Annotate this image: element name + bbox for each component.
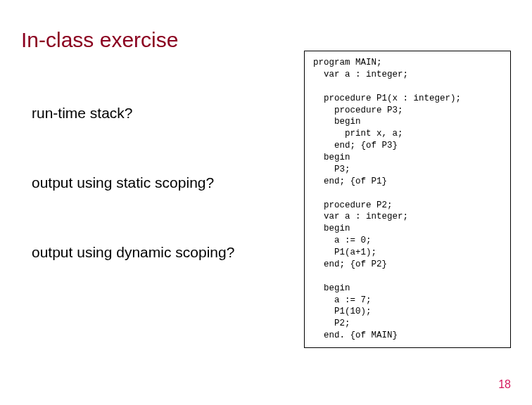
page-number: 18 xyxy=(498,378,511,391)
code-listing: program MAIN; var a : integer; procedure… xyxy=(304,51,511,348)
slide-title: In-class exercise xyxy=(21,28,511,52)
question-runtime-stack: run-time stack? xyxy=(21,105,289,122)
question-dynamic-scoping: output using dynamic scoping? xyxy=(21,244,289,261)
questions-column: run-time stack? output using static scop… xyxy=(21,87,289,314)
question-static-scoping: output using static scoping? xyxy=(21,174,289,191)
slide: In-class exercise run-time stack? output… xyxy=(0,0,532,405)
